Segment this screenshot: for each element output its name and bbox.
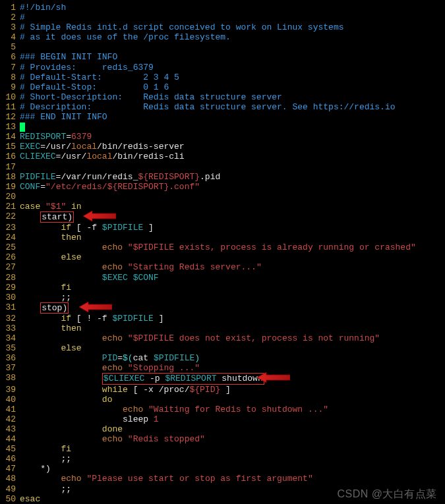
code-content[interactable]: echo "$PIDFILE exists, process is alread… xyxy=(20,242,416,252)
code-content[interactable]: echo "Stopping ..." xyxy=(20,363,200,373)
code-content[interactable]: echo "Please use start or stop as first … xyxy=(20,474,313,484)
code-line[interactable]: 2# xyxy=(0,13,445,22)
code-line[interactable]: 13 xyxy=(0,122,445,132)
code-content[interactable]: then xyxy=(20,323,82,333)
code-content[interactable]: sleep 1 xyxy=(20,414,159,424)
code-content[interactable]: $EXEC $CONF xyxy=(20,273,159,283)
code-content[interactable]: CONF="/etc/redis/${REDISPORT}.conf" xyxy=(20,182,200,192)
code-line[interactable]: 31 stop) xyxy=(0,302,445,314)
code-content[interactable]: # Short-Description: Redis data structur… xyxy=(20,92,282,102)
code-line[interactable]: 36 PID=$(cat $PIDFILE) xyxy=(0,353,445,363)
code-line[interactable]: 24 then xyxy=(0,233,445,242)
code-token: [ -x /proc/ xyxy=(128,385,190,395)
code-content[interactable]: do xyxy=(20,395,112,405)
code-content[interactable]: *) xyxy=(20,464,51,474)
code-content[interactable]: while [ -x /proc/${PID} ] xyxy=(20,385,231,395)
code-line[interactable]: 14REDISPORT=6379 xyxy=(0,132,445,142)
code-content[interactable]: CLIEXEC=/usr/local/bin/redis-cli xyxy=(20,152,185,161)
code-line[interactable]: 8# Default-Start: 2 3 4 5 xyxy=(0,72,445,82)
code-content[interactable]: if [ ! -f $PIDFILE ] xyxy=(20,314,163,323)
code-content[interactable]: # Default-Stop: 0 1 6 xyxy=(20,82,169,92)
code-content[interactable]: echo "Redis stopped" xyxy=(20,434,205,444)
code-content[interactable]: fi xyxy=(20,444,71,454)
code-content[interactable] xyxy=(20,122,25,132)
code-content[interactable]: then xyxy=(20,233,82,242)
code-line[interactable]: 4# as it does use of the /proc filesyste… xyxy=(0,32,445,42)
code-content[interactable]: ;; xyxy=(20,293,71,302)
code-content[interactable]: echo "$PIDFILE does not exist, process i… xyxy=(20,333,380,343)
code-content[interactable]: EXEC=/usr/local/bin/redis-server xyxy=(20,142,185,152)
code-line[interactable]: 29 fi xyxy=(0,283,445,293)
code-line[interactable]: 7# Provides: redis_6379 xyxy=(0,63,445,72)
code-line[interactable]: 11# Description: Redis data structure se… xyxy=(0,102,445,112)
code-content[interactable]: esac xyxy=(20,494,40,504)
code-content[interactable]: ### BEGIN INIT INFO xyxy=(20,52,117,62)
code-line[interactable]: 27 echo "Starting Redis server..." xyxy=(0,262,445,272)
code-content[interactable]: start) xyxy=(20,211,74,223)
code-line[interactable]: 43 done xyxy=(0,424,445,434)
code-line[interactable]: 23 if [ -f $PIDFILE ] xyxy=(0,223,445,233)
code-content[interactable]: PID=$(cat $PIDFILE) xyxy=(20,353,200,363)
code-token: "Stopping ..." xyxy=(128,363,200,373)
code-content[interactable]: REDISPORT=6379 xyxy=(20,132,92,142)
code-line[interactable]: 44 echo "Redis stopped" xyxy=(0,434,445,444)
code-content[interactable]: stop) xyxy=(20,302,69,314)
code-line[interactable]: 19CONF="/etc/redis/${REDISPORT}.conf" xyxy=(0,182,445,192)
code-content[interactable]: PIDFILE=/var/run/redis_${REDISPORT}.pid xyxy=(20,172,220,182)
code-line[interactable]: 32 if [ ! -f $PIDFILE ] xyxy=(0,314,445,323)
line-number: 15 xyxy=(0,142,16,152)
code-content[interactable]: else xyxy=(20,343,82,353)
code-line[interactable]: 42 sleep 1 xyxy=(0,414,445,424)
code-editor[interactable]: 1#!/bin/sh2#3# Simple Redis init.d scrip… xyxy=(0,3,445,504)
code-line[interactable]: 21case "$1" in xyxy=(0,202,445,211)
code-line[interactable]: 33 then xyxy=(0,323,445,333)
code-line[interactable]: 35 else xyxy=(0,343,445,353)
code-content[interactable]: # Provides: redis_6379 xyxy=(20,63,154,72)
code-line[interactable]: 34 echo "$PIDFILE does not exist, proces… xyxy=(0,333,445,343)
code-line[interactable]: 37 echo "Stopping ..." xyxy=(0,363,445,373)
code-content[interactable]: echo "Starting Redis server..." xyxy=(20,262,262,272)
code-content[interactable]: echo "Waiting for Redis to shutdown ..." xyxy=(20,405,328,414)
code-line[interactable]: 40 do xyxy=(0,395,445,405)
code-line[interactable]: 5 xyxy=(0,42,445,52)
code-line[interactable]: 39 while [ -x /proc/${PID} ] xyxy=(0,385,445,395)
code-line[interactable]: 41 echo "Waiting for Redis to shutdown .… xyxy=(0,405,445,414)
code-line[interactable]: 6### BEGIN INIT INFO xyxy=(0,52,445,62)
code-content[interactable]: #!/bin/sh xyxy=(20,3,66,13)
code-line[interactable]: 15EXEC=/usr/local/bin/redis-server xyxy=(0,142,445,152)
code-line[interactable]: 46 ;; xyxy=(0,454,445,464)
code-line[interactable]: 18PIDFILE=/var/run/redis_${REDISPORT}.pi… xyxy=(0,172,445,182)
code-line[interactable]: 16CLIEXEC=/usr/local/bin/redis-cli xyxy=(0,152,445,161)
code-line[interactable]: 10# Short-Description: Redis data struct… xyxy=(0,92,445,102)
code-content[interactable]: done xyxy=(20,424,123,434)
code-content[interactable]: case "$1" in xyxy=(20,202,82,211)
code-content[interactable]: else xyxy=(20,252,82,262)
code-line[interactable]: 22 start) xyxy=(0,211,445,223)
code-line[interactable]: 1#!/bin/sh xyxy=(0,3,445,13)
code-content[interactable]: # Default-Start: 2 3 4 5 xyxy=(20,72,179,82)
code-line[interactable]: 45 fi xyxy=(0,444,445,454)
code-line[interactable]: 26 else xyxy=(0,252,445,262)
code-content[interactable]: $CLIEXEC -p $REDISPORT shutdown xyxy=(20,373,264,384)
code-content[interactable]: ;; xyxy=(20,454,71,464)
code-content[interactable]: ### END INIT INFO xyxy=(20,112,107,122)
code-line[interactable]: 3# Simple Redis init.d script conceived … xyxy=(0,22,445,32)
code-token: # xyxy=(20,13,25,22)
code-line[interactable]: 48 echo "Please use start or stop as fir… xyxy=(0,474,445,484)
code-content[interactable]: # Simple Redis init.d script conceived t… xyxy=(20,22,343,32)
code-line[interactable]: 20 xyxy=(0,192,445,202)
code-content[interactable]: fi xyxy=(20,283,71,293)
code-line[interactable]: 25 echo "$PIDFILE exists, process is alr… xyxy=(0,242,445,252)
code-line[interactable]: 38 $CLIEXEC -p $REDISPORT shutdown xyxy=(0,373,445,384)
code-line[interactable]: 47 *) xyxy=(0,464,445,474)
code-content[interactable]: # as it does use of the /proc filesystem… xyxy=(20,32,231,42)
code-line[interactable]: 30 ;; xyxy=(0,293,445,302)
code-content[interactable]: ;; xyxy=(20,484,71,494)
code-content[interactable]: # Description: Redis data structure serv… xyxy=(20,102,396,112)
code-line[interactable]: 28 $EXEC $CONF xyxy=(0,273,445,283)
code-content[interactable]: if [ -f $PIDFILE ] xyxy=(20,223,154,233)
code-line[interactable]: 12### END INIT INFO xyxy=(0,112,445,122)
code-line[interactable]: 17 xyxy=(0,162,445,172)
code-content[interactable]: # xyxy=(20,13,25,22)
code-line[interactable]: 9# Default-Stop: 0 1 6 xyxy=(0,82,445,92)
